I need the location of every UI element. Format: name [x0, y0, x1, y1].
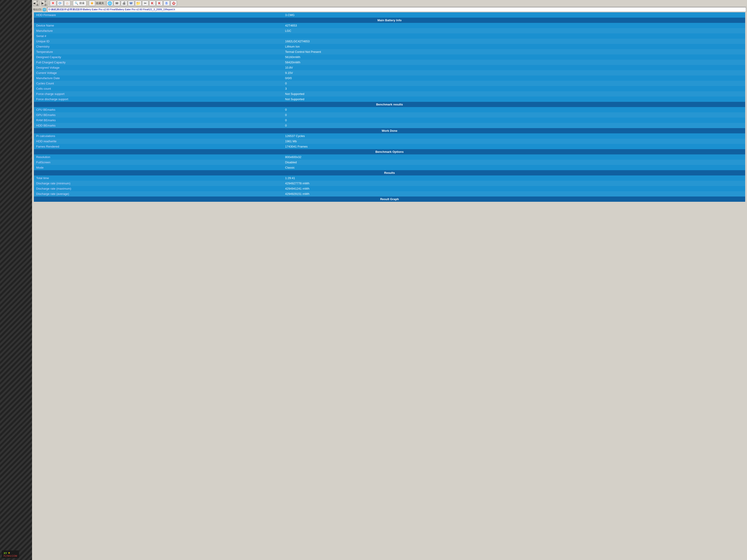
- table-row: Discharge rate (maximum)4294941241 mWh: [34, 186, 745, 191]
- dot-separator2: ·: [49, 2, 49, 5]
- separator2: [87, 1, 88, 5]
- stop-button[interactable]: ✕: [50, 0, 56, 6]
- row-label: Cells count: [34, 86, 283, 91]
- row-value: Lithium Ion: [283, 44, 745, 49]
- row-value: 126537 Cycles: [283, 133, 745, 139]
- table-row: HDD BEmarks0: [34, 123, 745, 128]
- watermark-logo: XY ✦: [4, 551, 17, 555]
- watermark-xy: XY: [4, 552, 7, 555]
- row-label: Manufacture: [34, 28, 283, 33]
- bluetooth-button[interactable]: B: [163, 0, 170, 6]
- battery-report-table: HDD Firmware 3.CMG Main Battery Info Dev…: [34, 12, 745, 202]
- table-row: TemperatureTermal Control Not Present: [34, 49, 745, 54]
- row-label: Device Name: [34, 23, 283, 28]
- hdd-firmware-value: 3.CMG: [283, 12, 745, 18]
- left-decorative-panel: [0, 0, 32, 560]
- back-button[interactable]: ◀ 后退: [33, 0, 40, 6]
- address-label: 地址(D): [33, 8, 42, 11]
- row-value: LGC: [283, 28, 745, 33]
- word-button[interactable]: W: [128, 0, 134, 6]
- benchmark-results-header: Benchmark results: [34, 102, 745, 107]
- dot-separator: ·: [40, 2, 41, 5]
- back-label: 后退: [35, 0, 39, 6]
- table-row: Designed Capacity56160mWh: [34, 54, 745, 60]
- back-icon: ◀: [33, 2, 35, 5]
- table-row: Discharge rate (minimum)4294927778 mWh: [34, 181, 745, 186]
- table-row: Cells count3: [34, 86, 745, 91]
- row-value: 4294927778 mWh: [283, 181, 745, 186]
- row-value: 1961 Mb: [283, 139, 745, 144]
- row-label: Force discharge support: [34, 97, 283, 102]
- row-value: 42T4653: [283, 23, 745, 28]
- table-row: ChemistryLithium Ion: [34, 44, 745, 49]
- row-label: Designed Voltage: [34, 65, 283, 70]
- table-row: GPU BEmarks0: [34, 112, 745, 117]
- row-value: 0: [283, 107, 745, 112]
- row-label: Fames Rendered: [34, 144, 283, 149]
- table-row: Manufacture Date0/0/0: [34, 76, 745, 81]
- result-graph-header: Result Graph: [34, 196, 745, 202]
- hdd-firmware-row: HDD Firmware 3.CMG: [34, 12, 745, 18]
- main-battery-info-title: Main Battery Info: [34, 18, 745, 23]
- mail-button[interactable]: ✉: [114, 0, 120, 6]
- main-battery-info-header: Main Battery Info: [34, 18, 745, 23]
- search-box: 🔍 搜索: [73, 1, 86, 6]
- table-row: Force discharge supportNot Supported: [34, 97, 745, 102]
- table-row: CPU BEmarks0: [34, 107, 745, 112]
- watermark-star: ✦: [8, 551, 10, 555]
- separator1: [72, 1, 72, 5]
- home-button[interactable]: ⌂: [64, 0, 71, 6]
- row-label: Discharge rate (minimum): [34, 181, 283, 186]
- row-label: Designed Capacity: [34, 54, 283, 60]
- address-input[interactable]: D:\购机测试软件\必带测试软件\Battery Eater Pro v2.60…: [47, 7, 746, 12]
- row-value: 800x600x32: [283, 154, 745, 160]
- row-label: Manufacture Date: [34, 76, 283, 81]
- forward-button[interactable]: ▶ 前进: [42, 0, 48, 6]
- table-row: Total time1:29:41: [34, 176, 745, 181]
- table-row: Unique ID1682LGC42T4653: [34, 39, 745, 44]
- row-value: Disabled: [283, 160, 745, 165]
- row-label: Temperature: [34, 49, 283, 54]
- row-label: Discharge rate (maximum): [34, 186, 283, 191]
- results-header: Results: [34, 170, 745, 176]
- globe-button[interactable]: 🌐: [107, 0, 113, 6]
- favorites-button[interactable]: ★: [89, 0, 95, 6]
- work-done-header: Work Done: [34, 128, 745, 133]
- row-value: 0/0/0: [283, 76, 745, 81]
- table-row: Designed Voltage10.8V: [34, 65, 745, 70]
- benchmark-results-title: Benchmark results: [34, 102, 745, 107]
- row-label: Cycles Count: [34, 81, 283, 86]
- row-label: CPU BEmarks: [34, 107, 283, 112]
- address-bar: 地址(D) 🌐 D:\购机测试软件\必带测试软件\Battery Eater P…: [32, 7, 747, 12]
- k2-button[interactable]: K: [156, 0, 163, 6]
- row-value: 1:29:41: [283, 176, 745, 181]
- table-row: Pi calculations126537 Cycles: [34, 133, 745, 139]
- watermark: XY ✦ FLYIKV.COM: [2, 551, 19, 558]
- table-row: Fames Rendered1743041 Frames: [34, 144, 745, 149]
- table-row: FullScreenDisabled: [34, 160, 745, 165]
- k-button[interactable]: K: [149, 0, 156, 6]
- power-button[interactable]: ⏻: [171, 0, 177, 6]
- favorites-label: 收藏夹: [96, 1, 104, 5]
- browser-toolbar: ◀ 后退 · ▶ 前进 · ✕ ⟳ ⌂ 🔍 搜索 ★ 收藏夹 🌐 ✉ 🖨 W 📁…: [32, 0, 747, 7]
- benchmark-options-header: Benchmark Options: [34, 149, 745, 154]
- row-label: Pi calculations: [34, 133, 283, 139]
- hdd-firmware-label: HDD Firmware: [34, 12, 283, 18]
- row-value: 4294929151 mWh: [283, 191, 745, 196]
- row-label: Chemistry: [34, 44, 283, 49]
- tool1-button[interactable]: ✂: [142, 0, 149, 6]
- row-label: Mode: [34, 165, 283, 170]
- row-label: GPU BEmarks: [34, 112, 283, 117]
- search-icon: 🔍: [75, 2, 78, 5]
- refresh-button[interactable]: ⟳: [57, 0, 63, 6]
- print-button[interactable]: 🖨: [121, 0, 127, 6]
- watermark-site: FLYIKV.COM: [4, 555, 17, 557]
- row-label: FullScreen: [34, 160, 283, 165]
- table-row: Resolution800x600x32: [34, 154, 745, 160]
- row-value: 3: [283, 86, 745, 91]
- row-value: 4294941241 mWh: [283, 186, 745, 191]
- row-value: Not Supported: [283, 91, 745, 97]
- folder-button[interactable]: 📁: [135, 0, 141, 6]
- report-content: HDD Firmware 3.CMG Main Battery Info Dev…: [34, 12, 745, 202]
- row-value: 58420mWh: [283, 60, 745, 65]
